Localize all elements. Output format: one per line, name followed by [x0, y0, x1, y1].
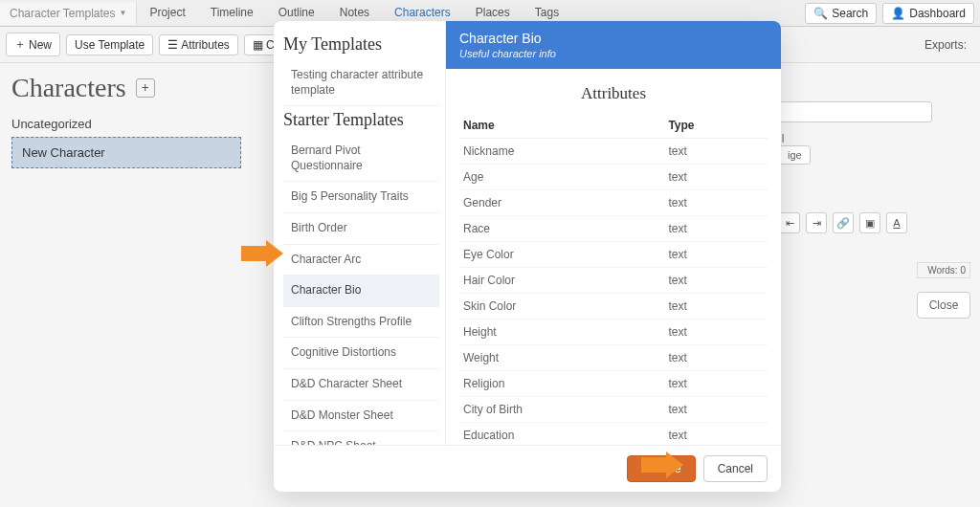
- templates-dropdown[interactable]: Character Templates ▼: [0, 2, 137, 25]
- template-item[interactable]: Birth Order: [283, 213, 439, 245]
- attr-type: text: [664, 242, 768, 268]
- add-character-button[interactable]: +: [136, 78, 155, 98]
- template-item[interactable]: Character Bio: [283, 276, 439, 307]
- attr-type: text: [664, 371, 768, 397]
- attributes-button[interactable]: ☰ Attributes: [159, 34, 238, 55]
- indent-right-icon[interactable]: ⇥: [806, 212, 827, 233]
- template-item[interactable]: Bernard Pivot Questionnaire: [283, 136, 439, 182]
- preview-title: Character Bio: [459, 31, 768, 46]
- image-icon[interactable]: ▣: [859, 212, 880, 233]
- template-chooser-modal: My TemplatesTesting character attribute …: [274, 21, 781, 492]
- col-name: Name: [459, 113, 664, 139]
- attribute-row: Religiontext: [459, 371, 768, 397]
- template-group-header: My Templates: [283, 34, 439, 55]
- template-item[interactable]: Cognitive Distortions: [283, 338, 439, 369]
- attr-name: Gender: [459, 190, 664, 216]
- preview-banner: Character Bio Useful character info: [446, 21, 781, 69]
- nav-timeline[interactable]: Timeline: [198, 0, 266, 28]
- templates-dropdown-label: Character Templates: [10, 7, 116, 20]
- use-template-button[interactable]: Use Template: [66, 34, 153, 55]
- new-label: New: [29, 38, 52, 52]
- attr-name: Eye Color: [459, 242, 664, 268]
- attribute-row: Gendertext: [459, 190, 768, 216]
- attr-type: text: [664, 190, 768, 216]
- template-group-header: Starter Templates: [283, 110, 439, 130]
- page-title: Characters: [11, 73, 126, 103]
- attributes-heading: Attributes: [459, 84, 768, 103]
- editor-pane-fragment: il ige ⇤ ⇥ 🔗 ▣ A Words: 0 Close: [779, 63, 970, 319]
- search-label: Search: [832, 7, 868, 20]
- attribute-row: Educationtext: [459, 423, 768, 446]
- search-icon: 🔍: [813, 7, 828, 20]
- grid-icon: ▦: [253, 38, 263, 52]
- attr-type: text: [664, 139, 768, 165]
- attr-name: Weight: [459, 345, 664, 371]
- attr-type: text: [664, 294, 768, 320]
- attribute-row: Hair Colortext: [459, 268, 768, 294]
- attr-name: Education: [459, 423, 664, 446]
- link-icon[interactable]: 🔗: [833, 212, 854, 233]
- nav-project[interactable]: Project: [137, 0, 197, 28]
- cancel-button[interactable]: Cancel: [703, 455, 768, 482]
- attr-type: text: [664, 268, 768, 294]
- close-editor-button[interactable]: Close: [917, 292, 970, 319]
- attribute-row: Eye Colortext: [459, 242, 768, 268]
- modal-footer: Choose Cancel: [274, 445, 781, 492]
- attr-name: Race: [459, 216, 664, 242]
- dashboard-label: Dashboard: [909, 7, 966, 20]
- attr-name: Skin Color: [459, 294, 664, 320]
- attribute-row: Weighttext: [459, 345, 768, 371]
- word-count: Words: 0: [917, 262, 970, 278]
- attributes-table: Name Type NicknametextAgetextGendertextR…: [459, 113, 768, 445]
- template-item[interactable]: D&D NPC Sheet: [283, 431, 439, 445]
- attr-name: Age: [459, 165, 664, 190]
- template-item[interactable]: D&D Character Sheet: [283, 369, 439, 401]
- template-item[interactable]: Character Arc: [283, 245, 439, 276]
- attributes-label: Attributes: [181, 38, 230, 52]
- attr-type: text: [664, 397, 768, 423]
- exports-label: Exports:: [924, 38, 974, 52]
- preview-subtitle: Useful character info: [459, 48, 768, 59]
- attr-name: City of Birth: [459, 397, 664, 423]
- indent-left-icon[interactable]: ⇤: [779, 212, 800, 233]
- new-button[interactable]: ＋ New: [6, 33, 60, 56]
- attr-type: text: [664, 423, 768, 446]
- attr-name: Religion: [459, 371, 664, 397]
- template-item[interactable]: D&D Monster Sheet: [283, 401, 439, 432]
- caret-down-icon: ▼: [120, 9, 127, 17]
- select-fragment[interactable]: [779, 101, 932, 122]
- col-type: Type: [664, 113, 768, 139]
- attribute-row: Nicknametext: [459, 139, 768, 165]
- attr-type: text: [664, 165, 768, 190]
- attr-type: text: [664, 216, 768, 242]
- template-item[interactable]: Big 5 Personality Traits: [283, 182, 439, 213]
- attribute-row: Racetext: [459, 216, 768, 242]
- list-icon: ☰: [167, 38, 178, 52]
- attribute-row: Skin Colortext: [459, 294, 768, 320]
- fragment-ige[interactable]: ige: [779, 145, 811, 165]
- template-preview: Character Bio Useful character info Attr…: [446, 21, 781, 445]
- attr-name: Height: [459, 320, 664, 345]
- search-button[interactable]: 🔍 Search: [805, 3, 877, 24]
- template-item[interactable]: Clifton Strengths Profile: [283, 307, 439, 339]
- user-icon: 👤: [891, 7, 905, 20]
- format-toolbar-fragment: ⇤ ⇥ 🔗 ▣ A: [779, 212, 970, 233]
- attr-type: text: [664, 345, 768, 371]
- attr-type: text: [664, 320, 768, 345]
- use-template-label: Use Template: [75, 38, 145, 52]
- attr-name: Hair Color: [459, 268, 664, 294]
- attribute-row: Heighttext: [459, 320, 768, 345]
- attribute-row: City of Birthtext: [459, 397, 768, 423]
- dashboard-button[interactable]: 👤 Dashboard: [882, 3, 974, 24]
- template-list: My TemplatesTesting character attribute …: [274, 21, 446, 445]
- plus-icon: ＋: [14, 36, 26, 53]
- character-name: New Character: [22, 145, 105, 160]
- attr-name: Nickname: [459, 139, 664, 165]
- character-row[interactable]: New Character: [11, 137, 241, 168]
- template-item[interactable]: Testing character attribute template: [283, 60, 439, 106]
- attribute-row: Agetext: [459, 165, 768, 190]
- text-color-icon[interactable]: A: [886, 212, 907, 233]
